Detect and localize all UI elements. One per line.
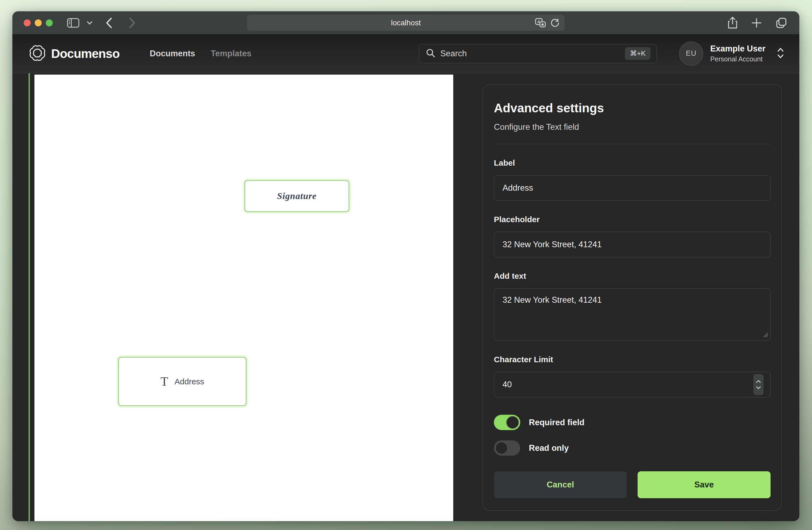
main-nav: Documents Templates: [150, 49, 251, 58]
app-header: Documenso Documents Templates Search ⌘+K…: [12, 34, 799, 73]
avatar: EU: [679, 41, 703, 66]
zoom-window-button[interactable]: [46, 19, 53, 26]
browser-toolbar: localhost A ✱: [12, 11, 799, 34]
search-input[interactable]: Search ⌘+K: [419, 44, 657, 63]
address-bar-url: localhost: [391, 18, 421, 27]
panel-subtitle: Configure the Text field: [494, 122, 771, 132]
brand-name: Documenso: [51, 46, 119, 61]
translate-icon[interactable]: A ✱: [535, 18, 546, 28]
read-only-label: Read only: [529, 443, 569, 453]
text-field-address[interactable]: T Address: [118, 357, 247, 406]
document-page: Signature T Address: [34, 74, 453, 521]
divider: [494, 144, 771, 144]
share-icon[interactable]: [727, 16, 738, 29]
label-field-label: Label: [494, 158, 771, 168]
brand[interactable]: Documenso: [29, 45, 119, 62]
required-field-label: Required field: [529, 418, 584, 428]
close-window-button[interactable]: [24, 19, 31, 26]
main-content: Signature T Address Advanced settings Co…: [12, 73, 799, 521]
user-menu[interactable]: EU Example User Personal Account: [679, 41, 784, 66]
documenso-seal-icon: [29, 45, 46, 62]
cancel-button[interactable]: Cancel: [494, 471, 627, 498]
minimize-window-button[interactable]: [35, 19, 42, 26]
nav-documents[interactable]: Documents: [150, 49, 195, 58]
document-accent-line: [29, 73, 30, 521]
chevron-down-icon[interactable]: [87, 21, 92, 25]
toggle-thumb: [506, 416, 519, 429]
placeholder-field-label: Placeholder: [494, 215, 771, 224]
signature-field-label: Signature: [277, 191, 317, 201]
address-bar[interactable]: localhost A ✱: [247, 15, 565, 31]
search-icon: [426, 48, 435, 59]
reload-icon[interactable]: [550, 18, 560, 28]
window-controls: [24, 19, 53, 26]
resize-handle-icon[interactable]: [763, 332, 768, 339]
required-field-toggle[interactable]: [494, 415, 520, 430]
add-text-field-label: Add text: [494, 271, 771, 281]
user-name: Example User: [710, 44, 766, 54]
add-text-textarea[interactable]: 32 New York Street, 41241: [494, 288, 771, 341]
chevron-up-down-icon: [777, 47, 784, 60]
back-icon[interactable]: [105, 17, 113, 29]
number-stepper[interactable]: [753, 374, 764, 395]
text-field-label: Address: [175, 377, 204, 386]
search-placeholder: Search: [440, 49, 467, 58]
forward-icon[interactable]: [129, 17, 136, 29]
tabs-icon[interactable]: [775, 17, 787, 29]
placeholder-input[interactable]: [494, 232, 771, 257]
signature-field[interactable]: Signature: [244, 180, 349, 212]
character-limit-input[interactable]: [494, 372, 771, 398]
panel-title: Advanced settings: [494, 101, 771, 115]
character-limit-field-label: Character Limit: [494, 355, 771, 364]
svg-text:✱: ✱: [541, 23, 544, 27]
advanced-settings-panel: Advanced settings Configure the Text fie…: [482, 85, 782, 511]
read-only-toggle[interactable]: [494, 440, 520, 456]
toggle-thumb: [495, 442, 508, 454]
nav-templates[interactable]: Templates: [211, 49, 251, 58]
search-shortcut-badge: ⌘+K: [625, 47, 651, 60]
text-type-icon: T: [160, 375, 168, 388]
sidebar-icon[interactable]: [67, 17, 80, 28]
user-account-type: Personal Account: [710, 55, 766, 63]
browser-window: localhost A ✱: [12, 11, 799, 521]
new-tab-icon[interactable]: [751, 17, 762, 29]
save-button[interactable]: Save: [638, 471, 771, 498]
label-input[interactable]: [494, 175, 771, 201]
